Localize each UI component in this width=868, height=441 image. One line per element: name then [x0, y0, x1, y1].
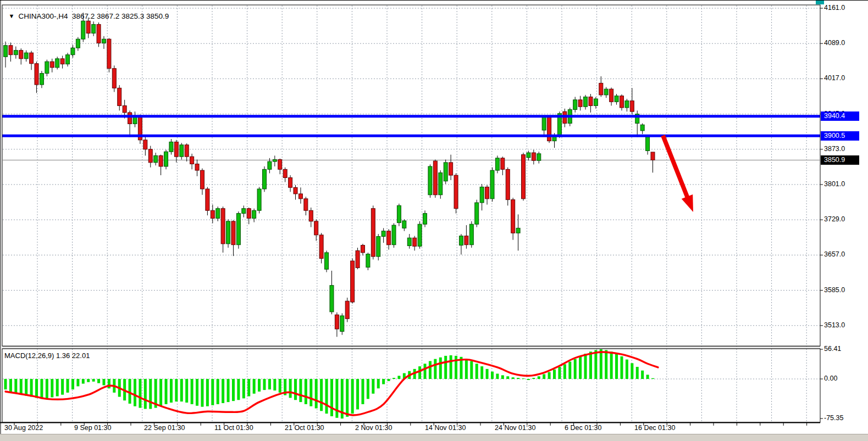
macd-histogram-bar	[325, 379, 328, 414]
macd-histogram-bar	[20, 379, 23, 395]
candle-body	[439, 173, 443, 195]
macd-histogram-bar	[97, 379, 100, 383]
macd-histogram-bar	[144, 379, 147, 409]
candle-body	[30, 53, 34, 64]
candle-body	[537, 154, 541, 160]
bottom-scrollbar-track[interactable]	[0, 434, 868, 441]
candle-body	[532, 153, 535, 160]
macd-histogram-bar	[646, 375, 649, 379]
macd-histogram-bar	[351, 379, 354, 414]
macd-histogram-bar	[46, 379, 48, 398]
macd-histogram-bar	[429, 361, 432, 379]
candle-body	[309, 210, 313, 221]
macd-histogram-bar	[486, 369, 489, 379]
candle-body	[449, 163, 453, 175]
macd-histogram-bar	[299, 379, 302, 402]
candle-body	[304, 199, 308, 210]
candle-body	[340, 316, 344, 332]
date-label: 21 Oct 01:30	[285, 424, 324, 432]
macd-histogram-bar	[470, 361, 473, 379]
macd-histogram-bar	[356, 379, 359, 409]
macd-histogram-bar	[92, 379, 95, 382]
macd-histogram-bar	[651, 378, 654, 379]
candle-body	[50, 62, 54, 68]
candle-body	[402, 221, 406, 228]
candle-body	[107, 39, 111, 69]
candle-body	[4, 46, 8, 57]
macd-histogram-bar	[309, 379, 312, 406]
macd-histogram-bar	[594, 350, 597, 379]
macd-histogram-bar	[476, 364, 478, 379]
candle-body	[252, 210, 256, 218]
candle-body	[159, 155, 163, 166]
candle-body	[423, 214, 427, 225]
macd-histogram-bar	[579, 356, 582, 379]
macd-histogram-bar	[67, 379, 69, 393]
candle-body	[169, 142, 173, 152]
macd-histogram-bar	[61, 379, 64, 395]
candle-body	[630, 101, 634, 112]
horizontal-level-line[interactable]	[2, 135, 820, 137]
candle-body	[490, 170, 494, 199]
macd-histogram-bar	[134, 379, 136, 406]
macd-histogram-bar	[222, 379, 224, 403]
macd-histogram-bar	[102, 379, 105, 385]
date-label: 14 Nov 01:30	[425, 424, 466, 432]
candle-body	[66, 55, 70, 64]
macd-histogram-bar	[159, 379, 162, 406]
candle-body	[604, 89, 608, 95]
macd-histogram-bar	[305, 379, 307, 404]
macd-histogram-bar	[56, 379, 59, 397]
macd-histogram-bar	[615, 354, 618, 379]
candle-body	[221, 209, 225, 244]
macd-histogram-bar	[108, 379, 110, 388]
macd-histogram-bar	[450, 355, 452, 379]
macd-histogram-bar	[620, 356, 623, 379]
candle-body	[190, 157, 194, 164]
candle-body	[640, 125, 644, 131]
macd-histogram-bar	[315, 379, 318, 409]
candle-body	[594, 99, 598, 105]
candle-body	[413, 238, 417, 246]
chart-shift-marker[interactable]	[816, 1, 824, 4]
candle-body	[92, 24, 96, 33]
date-label: 22 Sep 01:30	[144, 424, 185, 432]
candle-body	[294, 187, 297, 194]
chart-canvas[interactable]	[0, 0, 868, 441]
date-label: 24 Nov 01:30	[495, 424, 535, 432]
macd-histogram-bar	[600, 349, 602, 379]
macd-histogram-bar	[25, 379, 27, 396]
candle-body	[268, 161, 272, 169]
macd-histogram-bar	[434, 359, 436, 379]
horizontal-level-line[interactable]	[2, 115, 820, 118]
macd-histogram-bar	[548, 372, 551, 379]
macd-histogram-bar	[247, 379, 250, 397]
candle-body	[573, 100, 577, 110]
candle-body	[418, 224, 422, 246]
macd-histogram-bar	[139, 379, 141, 408]
date-label: 11 Oct 01:30	[214, 424, 253, 432]
date-label: 16 Dec 01:30	[634, 424, 675, 432]
symbol-dropdown-icon[interactable]: ▼	[9, 13, 15, 19]
macd-histogram-bar	[522, 378, 525, 379]
candle-body	[548, 117, 551, 141]
candle-body	[485, 187, 489, 198]
trend-arrow-head[interactable]	[682, 194, 693, 212]
date-label: 30 Aug 2022	[4, 424, 43, 432]
level-price-badge-3940: 3940.4	[821, 111, 859, 121]
macd-histogram-bar	[563, 364, 566, 379]
macd-histogram-bar	[71, 379, 74, 389]
macd-histogram-bar	[258, 379, 261, 392]
candle-body	[469, 224, 473, 244]
candle-body	[283, 169, 287, 177]
level-price-badge-3900: 3900.5	[821, 131, 859, 141]
macd-histogram-bar	[170, 379, 173, 403]
candle-body	[298, 194, 302, 199]
macd-histogram-bar	[201, 379, 203, 407]
macd-histogram-bar	[232, 379, 235, 401]
macd-histogram-bar	[279, 379, 281, 393]
macd-histogram-bar	[480, 366, 483, 379]
candle-body	[226, 221, 230, 244]
candle-body	[578, 100, 582, 107]
macd-histogram-bar	[76, 379, 79, 386]
